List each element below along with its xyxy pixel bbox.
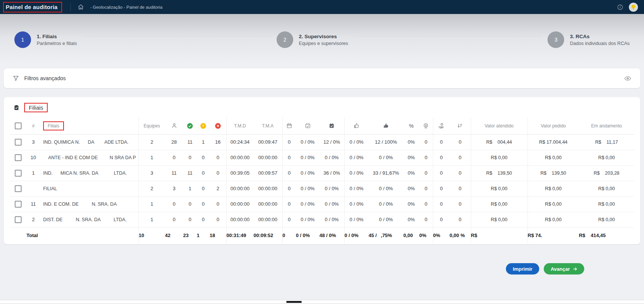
cell-calendar-scheduled: 0 / 0% <box>296 181 319 196</box>
col-header-tma[interactable]: T.M.A <box>254 118 282 134</box>
people-icon[interactable] <box>165 118 183 134</box>
row-checkbox[interactable] <box>15 170 22 177</box>
col-header-num[interactable]: # <box>26 118 40 134</box>
cell-hand-money: 0 <box>433 150 450 165</box>
cell-percent: 0% <box>403 212 419 227</box>
cell-em-andamento: R$ 203,28 <box>579 165 634 181</box>
advanced-filters-label: Filtros avançados <box>24 75 66 81</box>
eye-icon[interactable] <box>624 76 631 81</box>
cell-like: 0 / 0% <box>344 212 369 227</box>
advanced-filters-panel[interactable]: Filtros avançados <box>4 68 640 88</box>
step-2-title: 2. Supervisores <box>299 34 348 39</box>
thumb-up-icon[interactable] <box>344 118 369 134</box>
total-row: Total10422311800:31:4900:09:5200 / 0%48 … <box>10 227 634 244</box>
money-circle-icon[interactable]: $ <box>419 118 433 134</box>
navbar-right <box>617 3 638 12</box>
cell-question: 0 <box>197 150 210 165</box>
thumb-up-filled-icon[interactable] <box>369 118 403 134</box>
cell-name: ANTE - IND E COM DE N SRA DA P <box>40 150 138 165</box>
row-checkbox[interactable] <box>15 185 22 192</box>
step-3-circle: 3 <box>548 31 564 48</box>
scrollbar-thumb[interactable] <box>286 301 302 303</box>
cell-num <box>26 181 40 196</box>
home-icon[interactable] <box>78 4 84 10</box>
col-header-filiais[interactable]: Filiais <box>40 118 138 134</box>
cell-money: 0 <box>419 134 433 150</box>
cell-money: 0 <box>419 150 433 165</box>
cell-num: Total <box>26 227 40 244</box>
row-checkbox-cell <box>10 196 26 212</box>
cell-percent: 0% <box>403 165 419 181</box>
cell-ok: 0 <box>183 150 197 165</box>
cell-calendar-scheduled: 0 / 0% <box>296 227 319 244</box>
select-all-checkbox[interactable] <box>15 123 22 129</box>
cell-calendar: 0 <box>282 150 296 165</box>
percent-header[interactable]: % <box>403 118 419 134</box>
row-checkbox-cell <box>10 212 26 227</box>
col-header-valor-pedido[interactable]: Valor pedido <box>527 118 579 134</box>
cell-like: 0 / 0% <box>344 165 369 181</box>
cell-equipes: 10 <box>138 227 165 244</box>
horizontal-scrollbar[interactable] <box>0 300 644 304</box>
cell-hand-money: 0 <box>433 165 450 181</box>
cell-sort: 0 <box>450 165 471 181</box>
table-foot: Total10422311800:31:4900:09:5200 / 0%48 … <box>10 227 634 244</box>
col-header-tmd[interactable]: T.M.D <box>226 118 254 134</box>
step-filiais[interactable]: 1 1. Filiais Parâmetros e filiais <box>14 31 77 48</box>
col-header-valor-atendido[interactable]: Valor atendido <box>471 118 527 134</box>
cell-valor-atendido: R$ 0,00 <box>471 150 527 165</box>
col-header-em-andamento[interactable]: Em andamento <box>579 118 634 134</box>
check-circle-icon[interactable] <box>183 118 197 134</box>
calendar-check-icon[interactable] <box>296 118 319 134</box>
col-header-equipes[interactable]: Equipes <box>138 118 165 134</box>
row-checkbox[interactable] <box>15 216 22 223</box>
sort-icon[interactable] <box>450 118 471 134</box>
cell-calendar-done: 0 / 0% <box>319 150 344 165</box>
cell-hand-money: 0% <box>433 227 450 244</box>
cell-equipes: 2 <box>138 134 165 150</box>
cell-name: FILIAL <box>40 181 138 196</box>
cell-num: 10 <box>26 150 40 165</box>
cell-calendar: 0 <box>282 165 296 181</box>
cell-calendar-done: 12 / 0% <box>319 134 344 150</box>
x-circle-icon[interactable] <box>210 118 226 134</box>
print-button[interactable]: Imprimir <box>506 263 539 275</box>
lightbulb-avatar-icon[interactable] <box>629 3 638 12</box>
calendar-check-filled-icon[interactable] <box>319 118 344 134</box>
cell-question: 0 <box>197 181 210 196</box>
step-rcas[interactable]: 3 3. RCAs Dados individuais dos RCAs <box>548 31 630 48</box>
cell-calendar: 0 <box>282 227 296 244</box>
cell-percent: 0% <box>403 134 419 150</box>
filter-icon <box>13 75 19 81</box>
info-icon[interactable] <box>617 4 623 10</box>
svg-text:?: ? <box>202 124 204 128</box>
select-all-cell <box>10 118 26 134</box>
cell-sort: 0 <box>450 150 471 165</box>
table-row: 3IND. QUIMICA N. DA ADE LTDA.2281111600:… <box>10 134 634 150</box>
cell-like: 0 / 0% <box>344 181 369 196</box>
step-1-circle: 1 <box>14 31 31 48</box>
main-content: Filtros avançados Filiais <box>0 63 644 300</box>
cell-tma: 00:00:00 <box>254 196 282 212</box>
table-body: 3IND. QUIMICA N. DA ADE LTDA.2281111600:… <box>10 134 634 227</box>
row-checkbox[interactable] <box>15 201 22 208</box>
cell-people: 28 <box>165 134 183 150</box>
cell-calendar-done: 0 / 0% <box>319 212 344 227</box>
calendar-icon[interactable] <box>282 118 296 134</box>
cell-valor-atendido: R$ 0,00 <box>471 196 527 212</box>
row-checkbox[interactable] <box>15 139 22 146</box>
cell-hand-money: 0 <box>433 134 450 150</box>
cell-sort: 0 <box>450 212 471 227</box>
question-circle-icon[interactable]: ? <box>197 118 210 134</box>
step-supervisores[interactable]: 2 2. Supervisores Equipes e supervisores <box>277 31 348 48</box>
cell-name: IND. QUIMICA N. DA ADE LTDA. <box>40 134 138 150</box>
cell-like: 0 / 0% <box>344 134 369 150</box>
cell-people: 11 <box>165 165 183 181</box>
next-button[interactable]: Avançar <box>544 263 584 275</box>
cell-calendar-done: 0 / 0% <box>319 196 344 212</box>
hand-money-icon[interactable] <box>433 118 450 134</box>
row-checkbox[interactable] <box>15 154 22 161</box>
step-1-title: 1. Filiais <box>37 34 77 39</box>
cell-name: DIST. DE N. SRA. DA LTDA. <box>40 212 138 227</box>
cell-valor-pedido: R$ 74. <box>527 227 579 244</box>
